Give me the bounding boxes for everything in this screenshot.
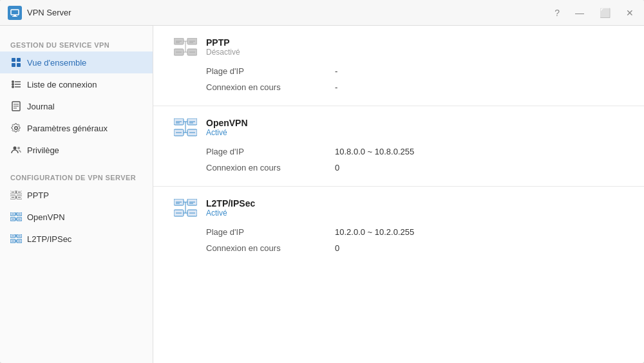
l2tp-connexion-value: 0: [335, 241, 623, 255]
sidebar-section-config: Configuration de VPN Server: [0, 169, 153, 184]
svg-point-17: [14, 147, 17, 150]
pptp-header: PPTP Désactivé: [174, 37, 623, 57]
l2tp-icon: [174, 199, 197, 217]
sidebar-item-parametres-label: Paramètres généraux: [27, 124, 108, 133]
openvpn-plage-value: 10.8.0.0 ~ 10.8.0.255: [335, 145, 623, 158]
close-button[interactable]: ✕: [623, 7, 636, 19]
pptp-name: PPTP: [206, 37, 240, 48]
sidebar-item-pptp[interactable]: PPTP: [0, 184, 153, 206]
l2tp-name-status: L2TP/IPSec Activé: [206, 198, 255, 218]
l2tp-status: Activé: [206, 209, 255, 218]
l2tp-plage-label: Plage d'IP: [206, 225, 335, 239]
l2tp-config-icon: [10, 233, 22, 245]
openvpn-name: OpenVPN: [206, 118, 248, 128]
l2tp-plage-value: 10.2.0.0 ~ 10.2.0.255: [335, 225, 623, 239]
sidebar-item-journal[interactable]: Journal: [0, 95, 153, 117]
svg-rect-2: [12, 16, 17, 17]
pptp-config-icon: [10, 189, 22, 201]
openvpn-details: Plage d'IP 10.8.0.0 ~ 10.8.0.255 Connexi…: [206, 145, 623, 174]
svg-rect-3: [12, 58, 15, 62]
sidebar-item-openvpn[interactable]: OpenVPN: [0, 206, 153, 228]
app-logo: [8, 6, 22, 20]
pptp-plage-value: -: [335, 64, 623, 78]
sidebar-item-parametres[interactable]: Paramètres généraux: [0, 117, 153, 139]
svg-rect-1: [14, 15, 16, 16]
sidebar-item-journal-label: Journal: [27, 102, 55, 111]
svg-rect-6: [17, 63, 21, 67]
sidebar-item-l2tp[interactable]: L2TP/IPSec: [0, 228, 153, 250]
pptp-details: Plage d'IP - Connexion en cours -: [206, 64, 623, 94]
pptp-name-status: PPTP Désactivé: [206, 37, 240, 57]
window-controls: ? — ⬜ ✕: [552, 7, 636, 19]
pptp-status: Désactivé: [206, 48, 240, 57]
sidebar-item-privilege[interactable]: Privilège: [0, 139, 153, 161]
connection-list-icon: [10, 79, 22, 90]
sidebar-item-liste-connexion-label: Liste de connexion: [27, 80, 97, 89]
svg-point-11: [12, 86, 14, 88]
svg-rect-0: [11, 10, 19, 15]
privilege-icon: [10, 144, 22, 156]
sidebar-item-pptp-label: PPTP: [27, 191, 49, 200]
l2tp-connexion-label: Connexion en cours: [206, 241, 335, 255]
titlebar: VPN Server ? — ⬜ ✕: [0, 0, 644, 26]
app-body: Gestion du service VPN Vue d'ensemble: [0, 26, 644, 363]
svg-point-18: [17, 147, 20, 149]
sidebar: Gestion du service VPN Vue d'ensemble: [0, 26, 153, 363]
pptp-connexion-label: Connexion en cours: [206, 80, 335, 94]
pptp-icon: [174, 38, 197, 56]
journal-icon: [10, 100, 22, 112]
settings-icon: [10, 122, 22, 134]
openvpn-card: OpenVPN Activé Plage d'IP 10.8.0.0 ~ 10.…: [153, 106, 644, 187]
app-window: VPN Server ? — ⬜ ✕ Gestion du service VP…: [0, 0, 644, 363]
sidebar-section-gestion: Gestion du service VPN: [0, 36, 153, 51]
sidebar-item-vue-ensemble[interactable]: Vue d'ensemble: [0, 51, 153, 73]
pptp-plage-label: Plage d'IP: [206, 64, 335, 78]
window-title: VPN Server: [27, 8, 552, 17]
openvpn-icon: [174, 118, 197, 136]
svg-point-7: [12, 80, 14, 83]
l2tp-card: L2TP/IPSec Activé Plage d'IP 10.2.0.0 ~ …: [153, 187, 644, 266]
overview-icon: [10, 57, 22, 68]
pptp-card: PPTP Désactivé Plage d'IP - Connexion en…: [153, 26, 644, 106]
l2tp-details: Plage d'IP 10.2.0.0 ~ 10.2.0.255 Connexi…: [206, 225, 623, 255]
maximize-button[interactable]: ⬜: [597, 7, 613, 19]
sidebar-item-l2tp-label: L2TP/IPSec: [27, 234, 71, 244]
openvpn-connexion-value: 0: [335, 161, 623, 174]
openvpn-config-icon: [10, 211, 22, 223]
main-content: PPTP Désactivé Plage d'IP - Connexion en…: [153, 26, 644, 363]
openvpn-plage-label: Plage d'IP: [206, 145, 335, 158]
openvpn-connexion-label: Connexion en cours: [206, 161, 335, 174]
sidebar-item-openvpn-label: OpenVPN: [27, 212, 65, 222]
pptp-connexion-value: -: [335, 80, 623, 94]
l2tp-name: L2TP/IPSec: [206, 198, 255, 209]
l2tp-header: L2TP/IPSec Activé: [174, 198, 623, 218]
openvpn-name-status: OpenVPN Activé: [206, 118, 248, 137]
sidebar-item-liste-connexion[interactable]: Liste de connexion: [0, 73, 153, 95]
svg-rect-4: [17, 58, 21, 62]
openvpn-header: OpenVPN Activé: [174, 118, 623, 137]
help-button[interactable]: ?: [552, 7, 562, 19]
openvpn-status: Activé: [206, 128, 248, 137]
svg-point-9: [12, 83, 14, 86]
svg-rect-5: [12, 63, 15, 67]
sidebar-item-vue-ensemble-label: Vue d'ensemble: [27, 58, 86, 68]
minimize-button[interactable]: —: [573, 7, 587, 19]
sidebar-item-privilege-label: Privilège: [27, 145, 59, 155]
